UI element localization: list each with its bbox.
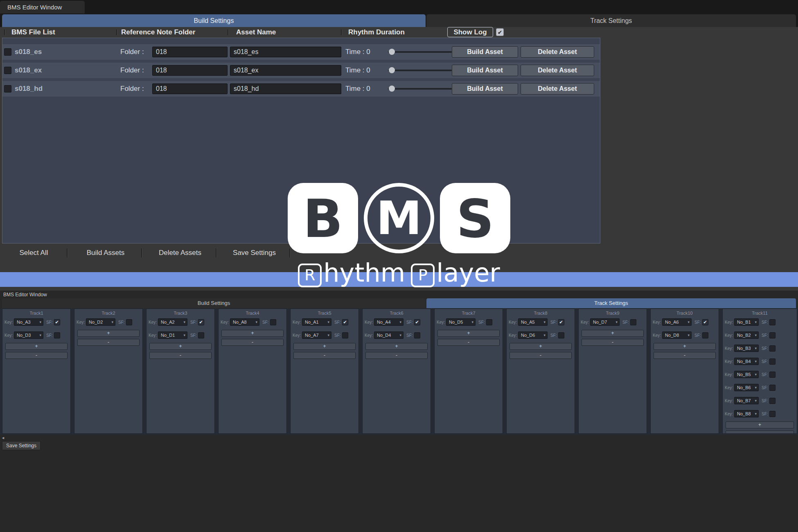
- show-log-toggle[interactable]: Show Log: [447, 27, 493, 37]
- key-dropdown[interactable]: No_A3 ▾: [14, 318, 43, 326]
- row-checkbox[interactable]: [4, 48, 11, 56]
- row-checkbox[interactable]: [4, 67, 11, 74]
- sf-checkbox[interactable]: ✔: [198, 319, 204, 325]
- rhythm-duration-slider[interactable]: [388, 51, 452, 53]
- sf-checkbox[interactable]: [702, 332, 708, 338]
- remove-key-button[interactable]: -: [77, 339, 140, 346]
- rhythm-duration-slider[interactable]: [388, 70, 452, 71]
- sf-checkbox[interactable]: [769, 358, 775, 365]
- sf-checkbox[interactable]: [769, 332, 775, 338]
- build-assets-button[interactable]: Build Assets: [73, 246, 138, 260]
- tab-build-settings[interactable]: Build Settings: [2, 14, 426, 27]
- key-dropdown[interactable]: No_A4 ▾: [374, 318, 404, 326]
- rhythm-duration-slider[interactable]: [388, 88, 452, 90]
- sf-checkbox[interactable]: [270, 319, 276, 325]
- folder-input[interactable]: [152, 83, 228, 94]
- sf-checkbox[interactable]: [54, 332, 60, 338]
- sf-checkbox[interactable]: [414, 332, 420, 338]
- key-dropdown[interactable]: No_B3 ▾: [734, 345, 759, 352]
- asset-name-input[interactable]: [230, 47, 341, 57]
- show-log-checkbox[interactable]: ✔: [496, 28, 504, 36]
- sf-checkbox[interactable]: [126, 319, 132, 325]
- save-settings-button-bottom[interactable]: Save Settings: [2, 441, 41, 450]
- sf-checkbox[interactable]: [342, 332, 348, 338]
- key-dropdown[interactable]: No_B8 ▾: [734, 410, 759, 417]
- key-dropdown[interactable]: No_A5 ▾: [518, 318, 548, 326]
- folder-input[interactable]: [152, 65, 228, 76]
- key-dropdown[interactable]: No_D2 ▾: [86, 318, 115, 326]
- sf-checkbox[interactable]: [769, 385, 775, 391]
- sf-checkbox[interactable]: [486, 319, 492, 325]
- sf-checkbox[interactable]: [769, 345, 775, 352]
- delete-asset-button[interactable]: Delete Asset: [521, 83, 594, 95]
- sf-checkbox[interactable]: [769, 319, 775, 325]
- delete-asset-button[interactable]: Delete Asset: [521, 65, 594, 76]
- add-key-button[interactable]: +: [437, 330, 500, 337]
- key-dropdown[interactable]: No_D4 ▾: [374, 331, 404, 339]
- key-dropdown[interactable]: No_B2 ▾: [734, 331, 759, 339]
- remove-key-button[interactable]: -: [5, 352, 68, 359]
- key-dropdown[interactable]: No_B5 ▾: [734, 371, 759, 378]
- key-dropdown[interactable]: No_A2 ▾: [158, 318, 187, 326]
- remove-key-button[interactable]: -: [509, 352, 572, 359]
- delete-assets-button[interactable]: Delete Assets: [147, 246, 213, 260]
- key-dropdown[interactable]: No_D6 ▾: [518, 331, 548, 339]
- sf-checkbox[interactable]: [630, 319, 636, 325]
- add-key-button[interactable]: +: [149, 343, 212, 350]
- remove-key-button[interactable]: -: [437, 339, 500, 346]
- key-dropdown[interactable]: No_D3 ▾: [14, 331, 43, 339]
- row-checkbox[interactable]: [4, 85, 11, 92]
- key-dropdown[interactable]: No_B7 ▾: [734, 397, 759, 404]
- add-key-button[interactable]: +: [5, 343, 68, 350]
- slider-knob[interactable]: [389, 67, 395, 73]
- add-key-button[interactable]: +: [726, 422, 794, 428]
- sf-checkbox[interactable]: [558, 332, 564, 338]
- asset-name-input[interactable]: [230, 83, 341, 94]
- folder-input[interactable]: [152, 47, 228, 57]
- remove-key-button[interactable]: -: [582, 339, 644, 346]
- tab-track-settings[interactable]: Track Settings: [426, 14, 796, 27]
- key-dropdown[interactable]: No_B1 ▾: [734, 318, 759, 326]
- sf-checkbox[interactable]: ✔: [414, 319, 420, 325]
- add-key-button[interactable]: +: [293, 343, 356, 350]
- key-dropdown[interactable]: No_A7 ▾: [302, 331, 331, 339]
- add-key-button[interactable]: +: [582, 330, 644, 337]
- tab-track-settings-bottom[interactable]: Track Settings: [426, 298, 796, 308]
- key-dropdown[interactable]: No_A1 ▾: [302, 318, 331, 326]
- slider-knob[interactable]: [389, 86, 395, 92]
- key-dropdown[interactable]: No_D5 ▾: [446, 318, 476, 326]
- window-tab[interactable]: BMS Editor Window: [0, 1, 85, 14]
- save-settings-button[interactable]: Save Settings: [222, 246, 286, 260]
- add-key-button[interactable]: +: [221, 330, 284, 337]
- add-key-button[interactable]: +: [509, 343, 572, 350]
- delete-asset-button[interactable]: Delete Asset: [521, 46, 594, 58]
- add-key-button[interactable]: +: [365, 343, 428, 350]
- slider-knob[interactable]: [389, 49, 395, 55]
- sf-checkbox[interactable]: ✔: [342, 319, 348, 325]
- horizontal-scrollbar[interactable]: ◄: [0, 435, 798, 440]
- sf-checkbox[interactable]: ✔: [702, 319, 708, 325]
- remove-key-button[interactable]: -: [654, 352, 716, 359]
- select-all-button[interactable]: Select All: [4, 246, 63, 260]
- tab-build-settings-bottom[interactable]: Build Settings: [2, 298, 426, 308]
- remove-key-button[interactable]: -: [726, 431, 794, 434]
- asset-name-input[interactable]: [230, 65, 341, 76]
- key-dropdown[interactable]: No_D7 ▾: [590, 318, 620, 326]
- build-asset-button[interactable]: Build Asset: [452, 65, 518, 76]
- remove-key-button[interactable]: -: [149, 352, 212, 359]
- key-dropdown[interactable]: No_B4 ▾: [734, 358, 759, 365]
- add-key-button[interactable]: +: [77, 330, 140, 337]
- scroll-left-arrow-icon[interactable]: ◄: [1, 435, 5, 440]
- build-asset-button[interactable]: Build Asset: [452, 46, 518, 58]
- sf-checkbox[interactable]: [769, 372, 775, 378]
- key-dropdown[interactable]: No_A6 ▾: [662, 318, 692, 326]
- remove-key-button[interactable]: -: [293, 352, 356, 359]
- sf-checkbox[interactable]: ✔: [558, 319, 564, 325]
- sf-checkbox[interactable]: ✔: [54, 319, 60, 325]
- key-dropdown[interactable]: No_A8 ▾: [230, 318, 259, 326]
- key-dropdown[interactable]: No_B6 ▾: [734, 384, 759, 391]
- build-asset-button[interactable]: Build Asset: [452, 83, 518, 95]
- key-dropdown[interactable]: No_D1 ▾: [158, 331, 187, 339]
- remove-key-button[interactable]: -: [365, 352, 428, 359]
- sf-checkbox[interactable]: [769, 398, 775, 404]
